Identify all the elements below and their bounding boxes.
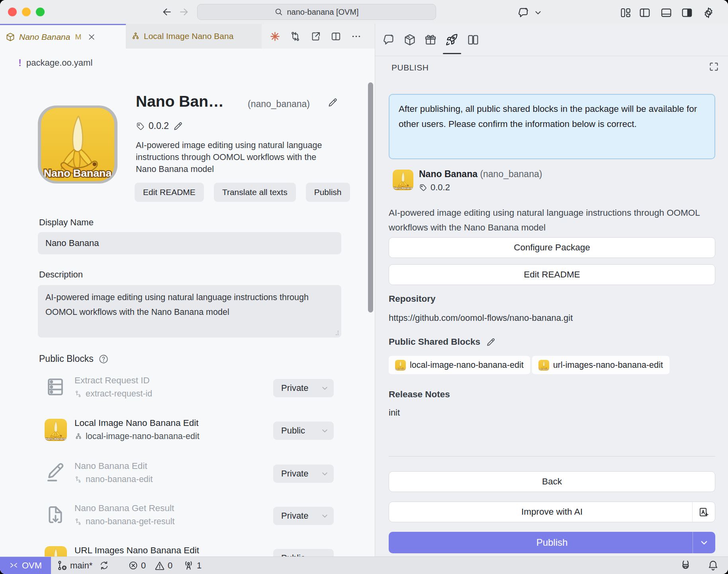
errors-item[interactable]: 0 (128, 557, 146, 574)
package-id: (nano_banana) (248, 99, 310, 109)
ai-burst-icon[interactable] (270, 31, 280, 42)
edit-name-icon[interactable] (327, 97, 338, 108)
public-blocks-label: Public Blocks (39, 353, 94, 364)
tab-toolbar (262, 24, 375, 49)
tab-label: Nano Banana (19, 32, 70, 42)
publish-panel: PUBLISH After publishing, all public sha… (375, 24, 728, 556)
package-tab-icon[interactable] (403, 33, 416, 46)
visibility-dropdown[interactable]: Private (273, 507, 334, 525)
shared-blocks-label: Public Shared Blocks (389, 337, 480, 347)
expand-panel-icon[interactable] (708, 61, 719, 72)
chevron-down-icon (321, 471, 328, 476)
more-ellipsis-icon[interactable] (351, 31, 362, 42)
tab-bar: Nano Banana M Local Image Nano Bana (0, 24, 375, 49)
status-bar: OVM main* 0 0 (0, 556, 728, 574)
flow-icon (74, 476, 82, 484)
tab-label: Local Image Nano Bana (144, 31, 233, 41)
package-title: Nano Ban… (136, 93, 224, 110)
shared-blocks-chips: local-image-nano-banana-edit url-images-… (389, 356, 669, 374)
back-button[interactable]: Back (389, 471, 715, 492)
search-icon (274, 8, 283, 16)
warnings-item[interactable]: 0 (155, 557, 172, 574)
ports-item[interactable]: 1 (183, 557, 202, 574)
edit-readme-button[interactable]: Edit README (135, 183, 204, 202)
minimize-window-button[interactable] (22, 8, 31, 16)
visibility-dropdown[interactable]: Public (273, 422, 334, 440)
package-cube-icon (6, 32, 15, 42)
swap-arrows-icon[interactable] (290, 31, 301, 42)
repository-url: https://github.com/oomol-flows/nano-bana… (389, 313, 573, 323)
ovm-remote-badge[interactable]: OVM (0, 557, 51, 574)
package-name-row: Nano Banana (nano_banana) (419, 169, 542, 180)
configure-package-button[interactable]: Configure Package (389, 237, 715, 258)
share-export-icon[interactable] (310, 31, 321, 42)
mascot-rabbit-icon[interactable] (679, 557, 692, 574)
vertical-scrollbar[interactable] (368, 82, 373, 312)
package-id: (nano_banana) (480, 169, 542, 179)
warning-triangle-icon (155, 560, 165, 571)
flow-icon (74, 518, 82, 526)
tag-icon (136, 122, 145, 131)
panel-title: PUBLISH (391, 63, 429, 72)
shared-block-chip[interactable]: local-image-nano-banana-edit (389, 356, 530, 374)
split-editor-icon[interactable] (331, 31, 341, 42)
shared-block-chip[interactable]: url-images-nano-banana-edit (532, 356, 669, 374)
block-row: Nano Banana Edit nano-banana-edit Privat… (0, 462, 375, 498)
close-tab-icon[interactable] (88, 33, 96, 41)
panel-left-icon[interactable] (639, 7, 651, 19)
package-description: AI-powered image editing using natural l… (136, 139, 327, 175)
forward-arrow-icon[interactable] (178, 6, 190, 18)
banana-app-icon (45, 419, 67, 441)
translate-all-texts-button[interactable]: Translate all texts (214, 183, 296, 202)
layout-grid-icon[interactable] (620, 7, 632, 19)
visibility-dropdown[interactable]: Public (273, 549, 334, 556)
bell-icon[interactable] (707, 557, 719, 574)
modified-marker: ! (18, 57, 22, 68)
edit-readme-button[interactable]: Edit README (389, 264, 715, 285)
edit-shared-blocks-icon[interactable] (486, 337, 496, 347)
banana-app-icon (395, 360, 406, 371)
server-rows-icon (45, 376, 67, 398)
resize-grip-icon[interactable] (334, 330, 339, 336)
panel-bottom-icon[interactable] (660, 7, 672, 19)
search-input[interactable]: nano-banana [OVM] (197, 4, 436, 20)
close-window-button[interactable] (8, 8, 17, 16)
package-icon-small (393, 170, 413, 190)
publish-button[interactable]: Publish (389, 532, 715, 553)
tab-local-image-nano-banana[interactable]: Local Image Nano Bana (126, 24, 271, 49)
improve-with-ai-button[interactable]: Improve with AI (389, 502, 715, 522)
chevron-down-icon[interactable] (534, 10, 542, 16)
back-arrow-icon[interactable] (161, 6, 172, 18)
description-textarea[interactable]: AI-powered image editing using natural l… (38, 285, 341, 338)
panel-right-filled-icon[interactable] (681, 7, 693, 19)
tab-package-oo-yaml[interactable]: Nano Banana M (0, 24, 126, 49)
package-icon (38, 105, 117, 184)
display-name-input[interactable]: Nano Banana (38, 232, 341, 254)
help-icon[interactable] (98, 354, 109, 364)
ai-chat-dropdown-icon[interactable] (518, 7, 530, 19)
publish-dropdown-chevron[interactable] (693, 532, 715, 553)
package-version: 0.0.2 (149, 121, 169, 131)
visibility-dropdown[interactable]: Private (273, 379, 334, 397)
flow-icon (74, 390, 82, 398)
block-row: Local Image Nano Banana Edit local-image… (0, 419, 375, 455)
gear-icon[interactable] (703, 7, 714, 19)
ai-chat-tab-icon[interactable] (383, 33, 395, 46)
display-name-label: Display Name (39, 217, 94, 228)
breadcrumb[interactable]: ! package.oo.yaml (18, 54, 92, 72)
remote-icon (9, 561, 18, 570)
file-download-icon (45, 504, 67, 526)
publish-button-small[interactable]: Publish (306, 183, 350, 202)
improve-ai-icon[interactable] (692, 502, 715, 522)
broadcast-tower-icon (183, 560, 194, 571)
edit-version-icon[interactable] (173, 121, 183, 131)
release-notes-value[interactable]: init (389, 408, 400, 418)
git-branch-item[interactable]: main* (57, 557, 109, 574)
zoom-window-button[interactable] (36, 8, 45, 16)
side-panel-tabs (375, 24, 728, 56)
columns-tab-icon[interactable] (467, 33, 479, 46)
rocket-tab-icon[interactable] (445, 33, 458, 46)
package-version: 0.0.2 (431, 182, 450, 193)
gift-tab-icon[interactable] (424, 33, 437, 46)
visibility-dropdown[interactable]: Private (273, 465, 334, 483)
